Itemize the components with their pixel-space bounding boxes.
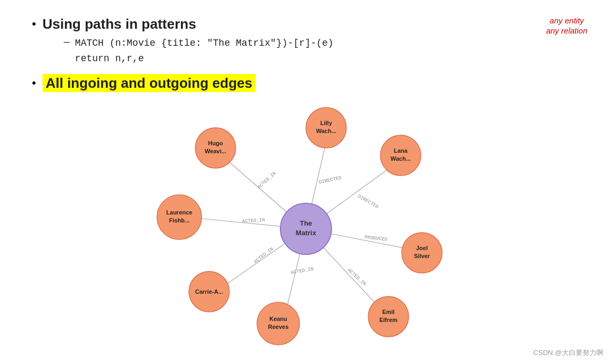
sub-dash: – [64,36,70,48]
svg-text:Lilly: Lilly [320,120,333,126]
graph-area: ACTED_IN DIRECTED DIRECTED PRODUCED ACTE… [27,96,585,357]
svg-text:Wach...: Wach... [391,155,411,162]
svg-text:Joel: Joel [416,245,428,251]
svg-text:Keanu: Keanu [269,316,287,322]
bullet-1: • Using paths in patterns – MATCH (n:Mov… [32,16,582,70]
svg-text:Eifrem: Eifrem [379,317,397,323]
svg-text:Laurence: Laurence [167,209,193,216]
svg-text:Fishb...: Fishb... [169,217,190,224]
edge-label-emil: ACTED_IN [346,268,367,287]
bullet-dot-2: • [32,76,36,90]
edge-label-carrie: ACTED_IN [253,246,275,264]
edge-label-keanu: ACTED_IN [291,267,314,276]
code-block: MATCH (n:Movie {title: "The Matrix"})-[r… [75,36,334,67]
code-line-1: MATCH (n:Movie {title: "The Matrix"})-[r… [75,36,334,51]
bullet-dot-1: • [32,17,36,31]
edge-label-joel: PRODUCED [364,235,388,242]
svg-text:Weavi...: Weavi... [205,148,227,154]
node-hugo: Hugo Weavi... [195,128,236,168]
sub-bullet-1: – MATCH (n:Movie {title: "The Matrix"})-… [64,36,334,67]
svg-text:Carrie-A...: Carrie-A... [195,288,223,295]
svg-text:Silver: Silver [414,253,430,259]
highlight-text: All ingoing and outgoing edges [43,74,256,92]
edge-label-lana: DIRECTED [357,194,379,210]
node-joel: Joel Silver [402,233,442,273]
edge-label-hugo: ACTED_IN [256,171,277,190]
bullet-2: • All ingoing and outgoing edges [32,75,582,92]
bullet-1-text: Using paths in patterns [43,16,196,32]
svg-text:Emil: Emil [382,309,394,315]
code-line-2: return n,r,e [75,51,334,67]
graph-svg: ACTED_IN DIRECTED DIRECTED PRODUCED ACTE… [27,96,585,357]
edge-label-laurence: ACTED_IN [242,218,265,224]
node-lilly: Lilly Wach... [306,107,346,148]
svg-text:Wach...: Wach... [316,128,336,134]
edge-label-lilly: DIRECTED [319,175,342,185]
node-carrie: Carrie-A... [189,271,229,312]
node-lana: Lana Wach... [380,135,421,176]
svg-text:Reeves: Reeves [268,324,289,330]
bullet-2-text: All ingoing and outgoing edges [43,75,256,92]
svg-text:The: The [300,219,312,227]
svg-text:Lana: Lana [394,147,408,154]
node-keanu: Keanu Reeves [257,302,300,345]
svg-text:Hugo: Hugo [208,140,223,146]
node-center: The Matrix [280,203,331,254]
watermark: CSDN @大白要努力啊 [533,348,603,358]
node-laurence: Laurence Fishb... [157,195,202,239]
svg-text:Matrix: Matrix [296,229,317,237]
node-emil: Emil Eifrem [368,296,409,337]
